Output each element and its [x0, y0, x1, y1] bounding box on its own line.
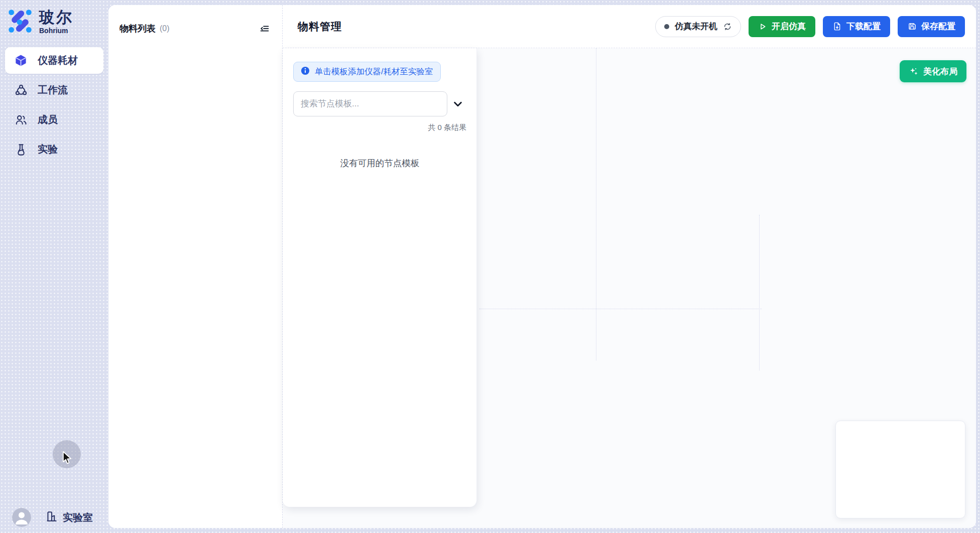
main-card: 物料列表 (0) 物料管理 仿真未开机 [108, 5, 976, 528]
sidebar-item-label: 工作流 [38, 83, 68, 97]
material-list-header: 物料列表 (0) [119, 21, 272, 36]
collapse-panel-button[interactable] [257, 21, 272, 36]
sparkles-icon [909, 66, 919, 76]
flow-canvas[interactable]: 单击模板添加仪器/耗材至实验室 共 0 条结果 没有可用的节点模板 [283, 48, 976, 528]
sidebar-item-experiments[interactable]: 实验 [5, 136, 103, 163]
canvas-guide-line [596, 48, 596, 360]
avatar[interactable] [12, 508, 31, 527]
template-search-row [293, 91, 466, 116]
refresh-status-button[interactable] [723, 22, 732, 31]
workflow-icon [14, 83, 28, 97]
canvas-guide-line [759, 215, 760, 370]
simulation-status-text: 仿真未开机 [675, 21, 717, 32]
experiment-icon [14, 143, 28, 156]
material-list-title: 物料列表 [119, 23, 156, 35]
building-icon [45, 510, 58, 525]
brand-name-en: Bohrium [39, 27, 73, 35]
sidebar-nav: 仪器耗材 工作流 成员 [0, 47, 108, 163]
info-icon [301, 66, 310, 77]
start-simulation-label: 开启仿真 [772, 21, 806, 32]
sidebar-item-label: 仪器耗材 [38, 54, 78, 67]
header-actions: 仿真未开机 开启仿真 [655, 16, 965, 37]
canvas-minimap[interactable] [835, 421, 965, 518]
material-list-panel: 物料列表 (0) [108, 5, 283, 528]
members-icon [14, 113, 28, 126]
template-result-count: 共 0 条结果 [293, 123, 466, 132]
brand-name: 玻尔 Bohrium [39, 10, 73, 34]
sidebar-footer: 实验室 [0, 508, 108, 527]
refresh-icon [723, 22, 732, 31]
sidebar-item-instruments[interactable]: 仪器耗材 [5, 47, 103, 74]
cube-icon [14, 54, 28, 67]
bohrium-logo-icon [7, 8, 33, 36]
canvas-guide-line [479, 309, 762, 309]
material-list-count: (0) [160, 24, 170, 33]
beautify-layout-button[interactable]: 美化布局 [900, 60, 966, 82]
sidebar-item-label: 成员 [38, 113, 58, 126]
download-config-label: 下载配置 [846, 21, 881, 32]
brand-name-zh: 玻尔 [39, 10, 73, 26]
page-title: 物料管理 [298, 20, 342, 34]
sidebar: 玻尔 Bohrium 仪器耗材 工作流 [0, 0, 108, 533]
node-template-panel: 单击模板添加仪器/耗材至实验室 共 0 条结果 没有可用的节点模板 [283, 48, 477, 507]
brand-logo: 玻尔 Bohrium [0, 0, 108, 36]
download-config-button[interactable]: 下载配置 [823, 16, 890, 37]
beautify-layout-label: 美化布局 [923, 66, 957, 77]
sidebar-item-workflow[interactable]: 工作流 [5, 77, 103, 103]
save-config-label: 保存配置 [921, 21, 955, 32]
lab-switcher[interactable]: 实验室 [45, 510, 93, 525]
save-icon [907, 22, 917, 31]
lab-label: 实验室 [63, 511, 93, 524]
save-config-button[interactable]: 保存配置 [898, 16, 965, 37]
content-header: 物料管理 仿真未开机 [283, 5, 976, 48]
template-empty-text: 没有可用的节点模板 [293, 157, 466, 169]
sidebar-item-members[interactable]: 成员 [5, 106, 103, 133]
template-hint-text: 单击模板添加仪器/耗材至实验室 [315, 66, 433, 77]
expand-templates-button[interactable] [449, 95, 466, 112]
simulation-status-pill[interactable]: 仿真未开机 [655, 16, 741, 37]
chevron-down-icon [452, 98, 463, 109]
sidebar-item-label: 实验 [38, 143, 58, 156]
play-icon [758, 22, 767, 31]
file-download-icon [832, 22, 842, 31]
status-dot-icon [664, 24, 669, 29]
start-simulation-button[interactable]: 开启仿真 [749, 16, 815, 37]
collapse-panel-icon [259, 23, 270, 34]
content-area: 物料管理 仿真未开机 [283, 5, 976, 528]
template-search-input[interactable] [293, 91, 447, 116]
template-hint-banner: 单击模板添加仪器/耗材至实验室 [293, 62, 441, 82]
